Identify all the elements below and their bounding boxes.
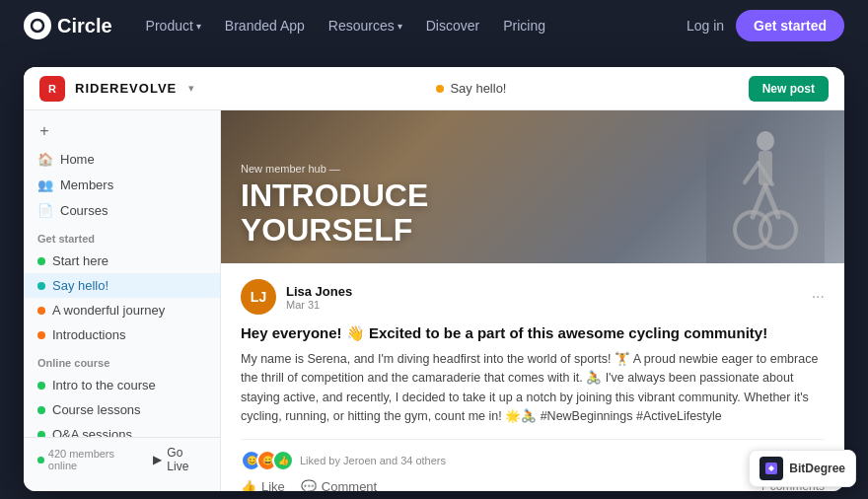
get-started-button[interactable]: Get started: [736, 10, 844, 41]
post-header: LJ Lisa Jones Mar 31 ···: [241, 279, 825, 315]
app-mockup: R RIDEREVOLVE ▾ Say hello! New post + 🏠: [24, 67, 844, 491]
logo-text: Circle: [57, 15, 112, 37]
community-logo: R: [39, 76, 65, 102]
sidebar-bottom: 420 members online ▶ Go Live: [24, 437, 220, 481]
reaction-text: Liked by Jeroen and 34 others: [300, 455, 825, 466]
orange-dot: [37, 331, 45, 339]
content-area: R RIDEREVOLVE ▾ Say hello! New post + 🏠: [0, 51, 868, 499]
post-body: My name is Serena, and I'm diving headfi…: [241, 350, 825, 427]
hero-banner: New member hub — INTRODUCEYOURSELF: [221, 110, 844, 263]
bitdegree-icon: [760, 457, 783, 480]
chevron-down-icon: ▾: [398, 21, 402, 32]
sidebar: + 🏠 Home 👥 Members 📄 Courses: [24, 110, 221, 491]
members-online: 420 members online: [37, 448, 143, 471]
sidebar-add-button[interactable]: +: [34, 120, 55, 142]
hero-subtitle: New member hub —: [241, 163, 428, 175]
svg-line-7: [745, 163, 759, 182]
main-panel: New member hub — INTRODUCEYOURSELF LJ Li…: [221, 110, 844, 491]
app-body: + 🏠 Home 👥 Members 📄 Courses: [24, 110, 844, 491]
chevron-down-icon: ▾: [188, 82, 194, 95]
nav-items: Product ▾ Branded App Resources ▾ Discov…: [136, 12, 679, 39]
nav-item-product[interactable]: Product ▾: [136, 12, 211, 39]
sidebar-courses-label: Courses: [60, 203, 108, 218]
orange-dot: [37, 307, 45, 315]
svg-point-1: [757, 131, 774, 151]
sidebar-item-home[interactable]: 🏠 Home: [24, 146, 220, 172]
reaction-avatars: 😊 😄 👍: [241, 450, 294, 471]
sidebar-item-course-lessons[interactable]: Course lessons: [24, 397, 220, 422]
comment-icon: 💬: [301, 479, 317, 492]
cyclist-image: [706, 110, 825, 263]
sidebar-item-start-here[interactable]: Start here: [24, 249, 220, 273]
sidebar-item-members[interactable]: 👥 Members: [24, 172, 220, 197]
sidebar-item-intro-course[interactable]: Intro to the course: [24, 373, 220, 397]
circle-logo-icon: [24, 12, 51, 39]
sidebar-item-introductions[interactable]: Introductions: [24, 322, 220, 347]
post-author: Lisa Jones: [286, 284, 812, 299]
sidebar-item-courses[interactable]: 📄 Courses: [24, 197, 220, 223]
online-course-section: Online course: [24, 347, 220, 373]
say-hello-badge: Say hello!: [436, 81, 506, 96]
post-actions: 👍 Like 💬 Comment 7 comments: [241, 479, 825, 492]
hero-text: New member hub — INTRODUCEYOURSELF: [241, 163, 428, 248]
home-icon: 🏠: [37, 151, 53, 167]
go-live-button[interactable]: ▶ Go Live: [153, 446, 206, 473]
play-icon: ▶: [153, 453, 162, 466]
nav-logo[interactable]: Circle: [24, 12, 112, 39]
nav-right: Log in Get started: [687, 10, 844, 41]
bitdegree-badge: BitDegree: [749, 450, 856, 487]
bitdegree-label: BitDegree: [789, 462, 845, 475]
nav-item-pricing[interactable]: Pricing: [493, 12, 555, 39]
chevron-down-icon: ▾: [196, 21, 201, 32]
courses-icon: 📄: [37, 202, 53, 218]
nav-item-branded-app[interactable]: Branded App: [215, 12, 315, 39]
nav-item-resources[interactable]: Resources ▾: [319, 12, 412, 39]
community-name: RIDEREVOLVE: [75, 81, 177, 96]
teal-dot: [37, 282, 45, 290]
post-more-button[interactable]: ···: [812, 288, 825, 306]
sidebar-item-say-hello[interactable]: Say hello!: [24, 273, 220, 298]
like-button[interactable]: 👍 Like: [241, 479, 285, 492]
new-post-button[interactable]: New post: [749, 76, 829, 102]
online-dot: [37, 457, 44, 463]
sidebar-members-label: Members: [60, 178, 113, 192]
post-avatar: LJ: [241, 279, 276, 315]
post-reactions: 😊 😄 👍 Liked by Jeroen and 34 others: [241, 439, 825, 471]
topbar-channel-label: Say hello!: [450, 81, 506, 96]
comment-button[interactable]: 💬 Comment: [301, 479, 377, 492]
green-dot: [37, 257, 45, 265]
navbar: Circle Product ▾ Branded App Resources ▾…: [0, 0, 868, 51]
hero-title: INTRODUCEYOURSELF: [241, 178, 428, 248]
sidebar-item-qa-sessions[interactable]: Q&A sessions: [24, 422, 220, 437]
sidebar-item-wonderful-journey[interactable]: A wonderful journey: [24, 298, 220, 322]
like-icon: 👍: [241, 479, 256, 492]
nav-item-discover[interactable]: Discover: [416, 12, 489, 39]
sidebar-home-label: Home: [60, 152, 95, 167]
post-title: Hey everyone! 👋 Excited to be a part of …: [241, 324, 825, 342]
app-topbar: R RIDEREVOLVE ▾ Say hello! New post: [24, 67, 844, 110]
reaction-avatar: 👍: [272, 450, 294, 471]
svg-point-0: [32, 20, 43, 32]
login-button[interactable]: Log in: [687, 18, 724, 34]
post-date: Mar 31: [286, 299, 812, 311]
post-meta: Lisa Jones Mar 31: [286, 284, 812, 311]
say-hello-dot: [436, 85, 444, 93]
green-dot: [37, 382, 45, 390]
green-dot: [37, 406, 45, 414]
get-started-section: Get started: [24, 223, 220, 249]
members-icon: 👥: [37, 177, 53, 192]
